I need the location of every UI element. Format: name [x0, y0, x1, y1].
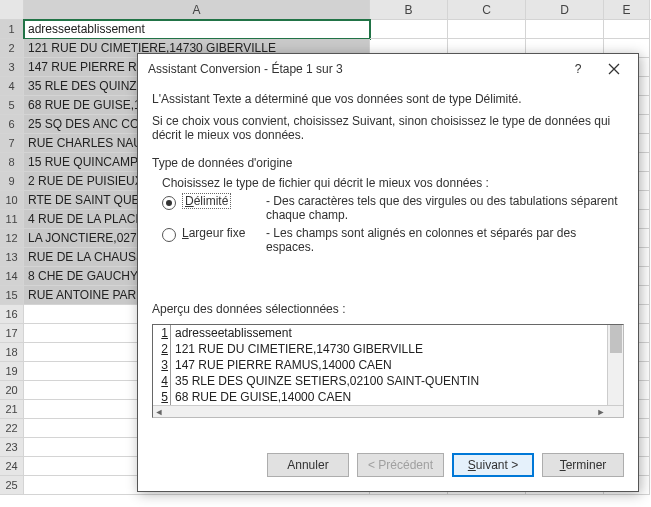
preview-line-text: 68 RUE DE GUISE,14000 CAEN: [171, 389, 351, 405]
row-header[interactable]: 8: [0, 153, 24, 172]
preview-hscrollbar[interactable]: ◄ ►: [153, 405, 623, 417]
column-headers: A B C D E: [0, 0, 651, 20]
next-button[interactable]: Suivant >: [452, 453, 534, 477]
dialog-titlebar[interactable]: Assistant Conversion - Étape 1 sur 3 ?: [138, 54, 638, 84]
row-header[interactable]: 25: [0, 476, 24, 495]
row-header[interactable]: 12: [0, 229, 24, 248]
col-header-a[interactable]: A: [24, 0, 370, 19]
col-header-e[interactable]: E: [604, 0, 650, 19]
hscroll-right-icon[interactable]: ►: [595, 406, 607, 418]
radio-delimited-desc: - Des caractères tels que des virgules o…: [266, 194, 624, 222]
cell[interactable]: [526, 20, 604, 39]
row: 1adresseetablissement: [0, 20, 651, 39]
col-header-d[interactable]: D: [526, 0, 604, 19]
row-header[interactable]: 2: [0, 39, 24, 58]
dialog-title: Assistant Conversion - Étape 1 sur 3: [148, 62, 560, 76]
preview-line-num: 4: [153, 373, 171, 389]
col-header-c[interactable]: C: [448, 0, 526, 19]
cell[interactable]: [448, 20, 526, 39]
preview-line-num: 3: [153, 357, 171, 373]
dialog-footer: Annuler < Précédent Suivant > Terminer: [138, 443, 638, 491]
preview-line-text: 35 RLE DES QUINZE SETIERS,02100 SAINT-QU…: [171, 373, 479, 389]
row-header[interactable]: 24: [0, 457, 24, 476]
text-wizard-dialog: Assistant Conversion - Étape 1 sur 3 ? L…: [137, 53, 639, 492]
wizard-intro-line1: L'Assistant Texte a déterminé que vos do…: [152, 92, 624, 106]
cell[interactable]: adresseetablissement: [24, 20, 370, 39]
row-header[interactable]: 1: [0, 20, 24, 39]
cell[interactable]: [370, 20, 448, 39]
radio-delimited-label: Délimité: [182, 194, 266, 208]
row-header[interactable]: 3: [0, 58, 24, 77]
row-header[interactable]: 17: [0, 324, 24, 343]
preview-vscroll-thumb[interactable]: [610, 325, 622, 353]
preview-line: 435 RLE DES QUINZE SETIERS,02100 SAINT-Q…: [153, 373, 623, 389]
select-all-corner[interactable]: [0, 0, 24, 19]
preview-line-text: adresseetablissement: [171, 325, 292, 341]
row-header[interactable]: 6: [0, 115, 24, 134]
radio-fixed-desc: - Les champs sont alignés en colonnes et…: [266, 226, 624, 254]
row-header[interactable]: 5: [0, 96, 24, 115]
row-header[interactable]: 13: [0, 248, 24, 267]
choose-type-prompt: Choisissez le type de fichier qui décrit…: [162, 176, 624, 190]
preview-line: 3147 RUE PIERRE RAMUS,14000 CAEN: [153, 357, 623, 373]
row-header[interactable]: 11: [0, 210, 24, 229]
row-header[interactable]: 20: [0, 381, 24, 400]
row-header[interactable]: 16: [0, 305, 24, 324]
row-header[interactable]: 19: [0, 362, 24, 381]
option-fixed-width[interactable]: Largeur fixe - Les champs sont alignés e…: [162, 226, 624, 254]
preview-line-num: 1: [153, 325, 171, 341]
radio-delimited[interactable]: [162, 196, 176, 210]
option-delimited[interactable]: Délimité - Des caractères tels que des v…: [162, 194, 624, 222]
group-legend: Type de données d'origine: [152, 156, 624, 170]
row-header[interactable]: 15: [0, 286, 24, 305]
close-icon: [608, 63, 620, 75]
wizard-intro-line2: Si ce choix vous convient, choisissez Su…: [152, 114, 624, 142]
preview-vscrollbar[interactable]: [607, 325, 623, 405]
radio-fixed-label: Largeur fixe: [182, 226, 266, 240]
hscroll-left-icon[interactable]: ◄: [153, 406, 165, 418]
row-header[interactable]: 21: [0, 400, 24, 419]
col-header-b[interactable]: B: [370, 0, 448, 19]
preview-line-text: 121 RUE DU CIMETIERE,14730 GIBERVILLE: [171, 341, 423, 357]
row-header[interactable]: 9: [0, 172, 24, 191]
row-header[interactable]: 10: [0, 191, 24, 210]
preview-line-num: 5: [153, 389, 171, 405]
cancel-button[interactable]: Annuler: [267, 453, 349, 477]
preview-line: 2121 RUE DU CIMETIERE,14730 GIBERVILLE: [153, 341, 623, 357]
preview-line: 568 RUE DE GUISE,14000 CAEN: [153, 389, 623, 405]
preview-line-num: 2: [153, 341, 171, 357]
row-header[interactable]: 18: [0, 343, 24, 362]
row-header[interactable]: 22: [0, 419, 24, 438]
cell[interactable]: [604, 20, 650, 39]
row-header[interactable]: 23: [0, 438, 24, 457]
row-header[interactable]: 4: [0, 77, 24, 96]
row-header[interactable]: 14: [0, 267, 24, 286]
data-preview[interactable]: 1adresseetablissement2121 RUE DU CIMETIE…: [152, 324, 624, 418]
preview-line-text: 147 RUE PIERRE RAMUS,14000 CAEN: [171, 357, 392, 373]
preview-line: 1adresseetablissement: [153, 325, 623, 341]
help-button[interactable]: ?: [560, 56, 596, 82]
previous-button: < Précédent: [357, 453, 444, 477]
radio-fixed-width[interactable]: [162, 228, 176, 242]
finish-button[interactable]: Terminer: [542, 453, 624, 477]
row-header[interactable]: 7: [0, 134, 24, 153]
preview-label: Aperçu des données sélectionnées :: [152, 302, 624, 316]
close-button[interactable]: [596, 56, 632, 82]
